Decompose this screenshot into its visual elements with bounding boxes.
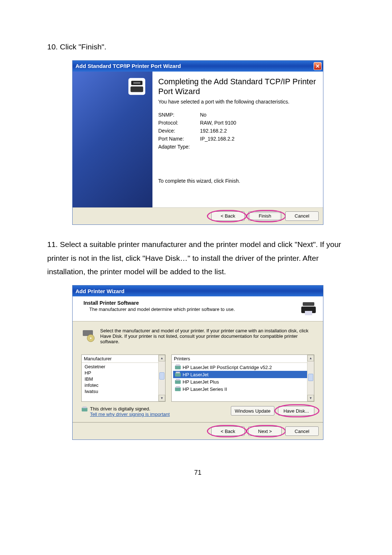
protocol-value: RAW, Port 9100 — [200, 120, 236, 126]
dialog1-title-text: Add Standard TCP/IP Printer Port Wizard — [75, 63, 181, 69]
svg-rect-19 — [82, 406, 86, 408]
portname-value: IP_192.168.2.2 — [200, 136, 234, 142]
printer-icon — [300, 300, 317, 317]
svg-rect-15 — [176, 379, 180, 381]
scrollbar[interactable]: ▲ ▼ — [307, 355, 314, 401]
printers-list[interactable]: Printers HP LaserJet IIP PostScript Cart… — [171, 355, 314, 402]
dialog2-titlebar: Add Printer Wizard — [73, 285, 323, 296]
snmp-label: SNMP: — [158, 112, 200, 118]
tcpip-wizard-dialog: Add Standard TCP/IP Printer Port Wizard — [72, 60, 323, 225]
scroll-down-icon[interactable]: ▼ — [307, 395, 314, 401]
snmp-value: No — [200, 112, 207, 118]
svg-rect-16 — [175, 388, 181, 391]
svg-rect-2 — [131, 86, 143, 92]
wizard-subtext: You have selected a port with the follow… — [158, 99, 317, 105]
step-11-text: 11. Select a suitable printer manufactur… — [47, 238, 348, 279]
page-number: 71 — [47, 469, 348, 477]
svg-rect-18 — [82, 408, 87, 412]
scroll-down-icon[interactable]: ▼ — [159, 395, 165, 401]
printer-icon — [126, 76, 147, 97]
signed-driver-icon — [175, 364, 181, 370]
step-10-text: 10. Click "Finish". — [47, 40, 348, 54]
back-button[interactable]: < Back — [211, 211, 245, 221]
list-item[interactable]: HP — [83, 370, 164, 376]
signed-driver-icon — [81, 406, 88, 413]
have-disk-button[interactable]: Have Disk... — [278, 406, 314, 416]
manufacturer-list[interactable]: Manufacturer Gestetner HP IBM infotec Iw… — [81, 355, 166, 402]
svg-point-9 — [90, 337, 91, 339]
svg-rect-6 — [305, 311, 312, 315]
svg-rect-11 — [176, 364, 180, 366]
scroll-up-icon[interactable]: ▲ — [159, 355, 165, 361]
dialog2-buttonbar: < Back Next > Cancel — [73, 422, 323, 439]
signed-driver-icon — [175, 371, 181, 378]
list-item[interactable]: Gestetner — [83, 364, 164, 370]
instruction-row: Select the manufacturer and model of you… — [81, 328, 314, 344]
cancel-button[interactable]: Cancel — [285, 211, 319, 221]
finish-button[interactable]: Finish — [248, 211, 282, 221]
list-item[interactable]: HP LaserJet Series II — [173, 385, 313, 393]
printers-header: Printers — [172, 355, 314, 363]
dialog1-wrap: Add Standard TCP/IP Printer Port Wizard — [47, 60, 348, 225]
scroll-up-icon[interactable]: ▲ — [307, 355, 314, 361]
list-item[interactable]: HP LaserJet Plus — [173, 378, 313, 385]
wizard-sidebar-graphic — [73, 72, 152, 207]
close-icon[interactable] — [314, 62, 322, 70]
svg-rect-14 — [175, 380, 181, 384]
dialog1-titlebar: Add Standard TCP/IP Printer Port Wizard — [73, 61, 323, 72]
svg-rect-3 — [133, 82, 140, 84]
wizard-heading: Completing the Add Standard TCP/IP Print… — [158, 77, 317, 97]
dialog2-wrap: Add Printer Wizard Install Printer Softw… — [47, 285, 348, 440]
signed-driver-icon — [175, 386, 181, 392]
scroll-thumb[interactable] — [159, 372, 164, 380]
install-software-title: Install Printer Software — [83, 300, 300, 306]
portname-label: Port Name: — [158, 136, 200, 142]
complete-note: To complete this wizard, click Finish. — [158, 178, 317, 184]
svg-rect-13 — [176, 372, 180, 373]
windows-update-button[interactable]: Windows Update — [231, 406, 274, 416]
list-item[interactable]: IBM — [83, 376, 164, 382]
printer-disc-icon — [81, 328, 96, 343]
protocol-label: Protocol: — [158, 120, 200, 126]
signed-text: This driver is digitally signed. — [90, 406, 170, 412]
list-item[interactable]: infotec — [83, 382, 164, 388]
svg-rect-10 — [175, 366, 181, 369]
install-software-sub: The manufacturer and model determine whi… — [89, 307, 300, 312]
signed-driver-icon — [175, 378, 181, 385]
scrollbar[interactable]: ▲ ▼ — [158, 355, 165, 401]
device-value: 192.168.2.2 — [200, 128, 227, 134]
back-button[interactable]: < Back — [211, 426, 245, 436]
list-item[interactable]: HP LaserJet — [173, 371, 313, 378]
dialog2-title-text: Add Printer Wizard — [75, 288, 124, 294]
cancel-button[interactable]: Cancel — [285, 426, 319, 436]
list-item[interactable]: Iwatsu — [83, 388, 164, 394]
list-item[interactable]: HP LaserJet IIP PostScript Cartridge v52… — [173, 364, 313, 371]
instruction-text: Select the manufacturer and model of you… — [100, 328, 314, 344]
next-button[interactable]: Next > — [248, 426, 282, 436]
adaptertype-label: Adapter Type: — [158, 144, 200, 150]
dialog1-buttonbar: < Back Finish Cancel — [73, 207, 323, 224]
manufacturer-header: Manufacturer — [82, 355, 165, 363]
signing-info-link[interactable]: Tell me why driver signing is important — [90, 412, 170, 417]
svg-rect-12 — [175, 373, 181, 377]
add-printer-wizard-dialog: Add Printer Wizard Install Printer Softw… — [72, 285, 323, 440]
svg-rect-4 — [303, 302, 314, 306]
scroll-thumb[interactable] — [308, 374, 313, 381]
wizard-header-band: Install Printer Software The manufacture… — [73, 296, 323, 321]
svg-rect-17 — [176, 386, 180, 388]
device-label: Device: — [158, 128, 200, 134]
